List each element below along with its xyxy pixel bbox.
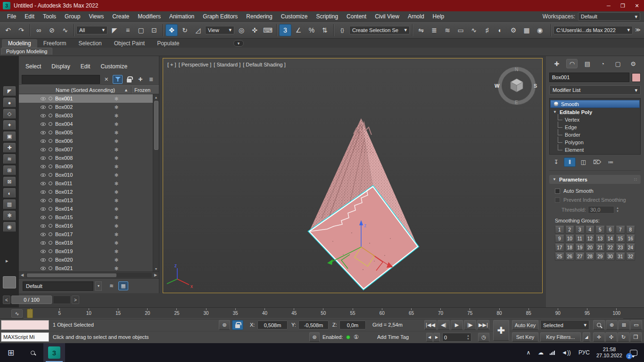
curve-editor-icon[interactable]: ∿ — [468, 24, 480, 36]
rollout-header[interactable]: ▼ Parameters ∷ — [549, 175, 641, 184]
sub-object-item[interactable]: Edge — [550, 123, 640, 131]
smoothing-group-button[interactable]: 6 — [606, 226, 615, 234]
notification-center-icon[interactable]: 2 — [628, 347, 639, 358]
modify-tab-icon[interactable]: ◠ — [566, 59, 578, 68]
set-keys-button[interactable]: ✚ — [493, 320, 509, 341]
selectability-icon[interactable] — [49, 122, 52, 126]
reference-coordinate-dropdown[interactable]: View ▾ — [205, 26, 234, 34]
explorer-menu-item[interactable]: Edit — [81, 63, 91, 71]
filter-groups-icon[interactable]: ⊞ — [3, 165, 16, 175]
pin-stack-icon[interactable]: ↧ — [550, 157, 562, 167]
display-tab-icon[interactable]: ▢ — [612, 59, 624, 68]
smoothing-group-button[interactable]: 27 — [575, 253, 585, 261]
sub-object-item[interactable]: Polygon — [550, 139, 640, 146]
menu-item[interactable]: Content — [342, 12, 371, 21]
scroll-right-icon[interactable]: ▶ — [152, 273, 159, 277]
mini-curve-editor-icon[interactable]: ∿ — [11, 309, 23, 318]
cloud-icon[interactable]: ☁ — [537, 349, 544, 356]
sub-object-item[interactable]: Element — [550, 146, 640, 154]
visibility-eye-icon[interactable] — [41, 173, 46, 177]
visibility-eye-icon[interactable] — [41, 224, 46, 228]
frozen-snowflake-icon[interactable]: ✻ — [107, 189, 126, 195]
smoothing-group-button[interactable]: 10 — [565, 235, 575, 243]
smoothing-group-button[interactable]: 8 — [626, 226, 636, 234]
redo-icon[interactable]: ↷ — [15, 24, 27, 36]
frozen-snowflake-icon[interactable]: ✻ — [107, 122, 126, 127]
remove-modifier-icon[interactable]: ⌦ — [591, 157, 603, 167]
zoom-region-icon[interactable]: ▭ — [630, 320, 642, 330]
restore-button[interactable]: ❐ — [616, 0, 630, 11]
frozen-snowflake-icon[interactable]: ✻ — [107, 257, 126, 263]
make-unique-icon[interactable]: ◫ — [578, 157, 589, 167]
smoothing-group-button[interactable]: 28 — [586, 253, 595, 261]
minimize-button[interactable]: ─ — [602, 0, 616, 11]
menu-item[interactable]: Edit — [20, 12, 39, 21]
spinner-snap-icon[interactable]: ⇅ — [319, 24, 331, 36]
scroll-down-icon[interactable]: ▼ — [153, 266, 159, 272]
frozen-snowflake-icon[interactable]: ✻ — [107, 249, 126, 254]
filter-helpers-icon[interactable]: ✚ — [3, 143, 16, 153]
frozen-snowflake-icon[interactable]: ✻ — [107, 206, 126, 212]
visibility-eye-icon[interactable] — [41, 106, 46, 109]
rendered-frame-window-icon[interactable]: ▦ — [520, 24, 533, 36]
adaptive-degradation-icon[interactable]: ⊚ — [309, 332, 320, 342]
selectability-icon[interactable] — [49, 266, 52, 270]
unlink-selection-icon[interactable]: ⊘ — [46, 24, 58, 36]
align-icon[interactable]: ≣ — [428, 24, 440, 36]
scene-object-row[interactable]: Box009 ✻ — [19, 162, 153, 171]
frozen-snowflake-icon[interactable]: ✻ — [107, 113, 126, 118]
menu-item[interactable]: Arnold — [404, 12, 429, 21]
motion-tab-icon[interactable]: ◔ — [597, 59, 608, 68]
frozen-snowflake-icon[interactable]: ✻ — [107, 240, 126, 246]
filter-materials-icon[interactable]: ◐ — [3, 188, 16, 198]
x-coordinate-field[interactable]: 0,508m — [257, 321, 288, 329]
scene-object-row[interactable]: Box012 ✻ — [19, 188, 153, 196]
menu-item[interactable]: Create — [108, 12, 133, 21]
configure-modifier-sets-icon[interactable]: ≔ — [605, 157, 617, 167]
scene-object-row[interactable]: Box001 ✻ — [19, 94, 153, 103]
selectability-icon[interactable] — [49, 207, 52, 211]
isolate-selection-icon[interactable]: ⊚ — [219, 320, 230, 330]
time-slider-handle[interactable] — [27, 309, 33, 318]
time-configuration-icon[interactable]: ◷ — [478, 333, 489, 342]
filter-xrefs-icon[interactable]: ⊠ — [3, 177, 16, 187]
visibility-eye-icon[interactable] — [41, 114, 46, 117]
zoom-icon[interactable] — [593, 320, 605, 330]
menu-item[interactable]: Animation — [165, 12, 198, 21]
smoothing-group-button[interactable]: 12 — [586, 235, 595, 243]
layer-explorer-toggle-icon[interactable]: ≋ — [107, 281, 116, 290]
viewport-label-segment[interactable]: [ + ] — [167, 62, 176, 67]
smoothing-group-button[interactable]: 11 — [575, 235, 585, 243]
scene-object-row[interactable]: Box016 ✻ — [19, 222, 153, 230]
smoothing-group-button[interactable]: 26 — [565, 253, 575, 261]
menu-item[interactable]: Help — [429, 12, 449, 21]
frozen-snowflake-icon[interactable]: ✻ — [107, 96, 126, 101]
frozen-snowflake-icon[interactable]: ✻ — [107, 181, 126, 186]
ribbon-tab[interactable]: Object Paint — [108, 39, 151, 48]
smoothing-group-button[interactable]: 17 — [555, 244, 564, 252]
scene-object-row[interactable]: Box013 ✻ — [19, 196, 153, 205]
smoothing-group-button[interactable]: 1 — [555, 226, 564, 234]
scene-object-row[interactable]: Box011 ✻ — [19, 179, 153, 188]
taskbar-clock[interactable]: 21:58 27.10.2022 — [596, 346, 622, 359]
frozen-snowflake-icon[interactable]: ✻ — [107, 266, 126, 271]
angle-snap-icon[interactable]: ∠ — [292, 24, 305, 36]
visibility-eye-icon[interactable] — [41, 140, 46, 143]
sort-ascending-icon[interactable]: ▲ — [124, 88, 128, 92]
selectability-icon[interactable] — [49, 258, 52, 262]
frozen-snowflake-icon[interactable]: ✻ — [107, 147, 126, 152]
scene-object-row[interactable]: Box007 ✻ — [19, 145, 153, 154]
bind-to-space-warp-icon[interactable]: ∿ — [59, 24, 71, 36]
previous-key-icon[interactable]: ◀ — [426, 333, 433, 342]
selectability-icon[interactable] — [49, 156, 52, 160]
pick-parent-icon[interactable]: ✚ — [135, 75, 145, 84]
visibility-eye-icon[interactable] — [41, 216, 46, 219]
info-icon[interactable]: ① — [354, 334, 359, 340]
smoothing-group-button[interactable]: 30 — [606, 253, 615, 261]
smoothing-group-button[interactable]: 4 — [586, 226, 595, 234]
selectability-icon[interactable] — [49, 190, 52, 194]
scene-object-row[interactable]: Box020 ✻ — [19, 255, 153, 264]
maxscript-mini-listener-pink[interactable] — [1, 320, 49, 330]
object-color-swatch[interactable] — [632, 73, 641, 82]
visibility-eye-icon[interactable] — [41, 258, 46, 262]
